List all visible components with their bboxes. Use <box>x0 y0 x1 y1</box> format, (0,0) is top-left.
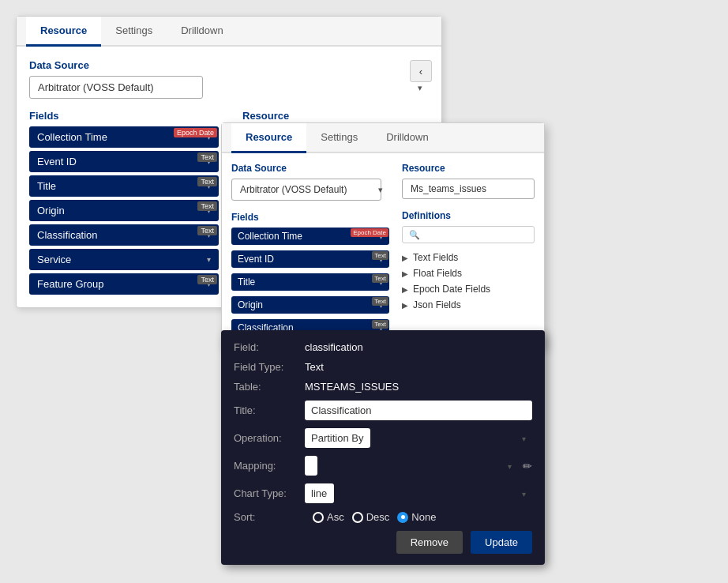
second-def-item[interactable]: ▶Epoch Date Fields <box>402 281 535 297</box>
field-item[interactable]: TextTitle▾ <box>29 175 219 197</box>
sort-asc-dot <box>313 512 324 523</box>
popup-field-value: classification <box>305 341 363 353</box>
field-name: Classification <box>37 229 98 241</box>
second-field-item[interactable]: TextOrigin▾ <box>231 296 389 314</box>
popup-charttype-row: Chart Type: line bar pie ▾ <box>234 483 532 503</box>
popup-field-label: Field: <box>234 341 305 353</box>
data-source-arrow: ▾ <box>418 82 422 92</box>
field-item[interactable]: Epoch DateCollection Time▾ <box>29 126 219 148</box>
sort-desc-dot <box>352 512 363 523</box>
popup-title-row: Title: <box>234 401 532 420</box>
operation-arrow: ▾ <box>522 434 526 442</box>
tab-drilldown[interactable]: Drilldown <box>167 17 237 47</box>
second-field-item[interactable]: TextTitle▾ <box>231 273 389 291</box>
second-def-items: ▶Text Fields▶Float Fields▶Epoch Date Fie… <box>402 250 535 313</box>
second-field-item[interactable]: Epoch DateCollection Time▾ <box>231 228 389 245</box>
popup-table-row: Table: MSTEAMS_ISSUES <box>234 381 532 393</box>
popup-buttons: Remove Update <box>234 531 532 554</box>
sort-desc[interactable]: Desc <box>352 511 390 523</box>
tab-settings[interactable]: Settings <box>101 17 167 47</box>
popup-table-label: Table: <box>234 381 305 393</box>
second-def-search-wrapper <box>402 226 535 250</box>
popup-mapping-label: Mapping: <box>234 460 305 472</box>
second-main-content: Data Source Arbitrator (VOSS Default) ▾ … <box>222 153 544 348</box>
popup-operation-select[interactable]: Partition By Group By None <box>305 428 370 448</box>
second-def-arrow-icon: ▶ <box>402 301 408 310</box>
field-name: Feature Group <box>37 278 104 290</box>
field-item[interactable]: Service▾ <box>29 249 219 270</box>
second-def-item-label: Text Fields <box>413 252 458 263</box>
charttype-arrow: ▾ <box>522 489 526 498</box>
field-name: Title <box>37 180 56 192</box>
second-def-item-label: Float Fields <box>413 268 462 279</box>
second-field-name: Collection Time <box>238 231 302 242</box>
second-def-arrow-icon: ▶ <box>402 269 408 278</box>
field-item[interactable]: TextEvent ID▾ <box>29 151 219 172</box>
main-tabs: Resource Settings Drilldown <box>17 17 441 47</box>
popup-charttype-label: Chart Type: <box>234 487 305 499</box>
data-source-select[interactable]: Arbitrator (VOSS Default) <box>29 76 203 99</box>
sort-none[interactable]: None <box>397 511 436 523</box>
second-def-search[interactable] <box>402 226 535 243</box>
data-source-label: Data Source <box>29 59 429 71</box>
pencil-icon[interactable]: ✏ <box>523 460 532 472</box>
field-name: Origin <box>37 205 65 216</box>
popup-title-label: Title: <box>234 404 305 416</box>
second-left: Data Source Arbitrator (VOSS Default) ▾ … <box>231 163 389 339</box>
second-def-item[interactable]: ▶Json Fields <box>402 297 535 313</box>
popup-fieldtype-value: Text <box>305 361 324 373</box>
second-resource-value: Ms_teams_issues <box>402 179 535 199</box>
popup-charttype-wrapper: line bar pie ▾ <box>305 483 532 503</box>
second-ds-select[interactable]: Arbitrator (VOSS Default) <box>231 179 381 201</box>
popup-operation-wrapper: Partition By Group By None ▾ <box>305 428 532 448</box>
field-name: Collection Time <box>37 131 107 143</box>
second-def-item[interactable]: ▶Float Fields <box>402 265 535 281</box>
second-tab-settings[interactable]: Settings <box>306 123 372 153</box>
remove-button[interactable]: Remove <box>396 531 463 554</box>
resource-label: Resource <box>242 110 429 122</box>
popup-mapping-wrapper: ▾ <box>305 456 518 476</box>
popup-mapping-row: Mapping: ▾ ✏ <box>234 456 532 476</box>
sort-none-dot <box>397 512 408 523</box>
second-ds-label: Data Source <box>231 163 389 174</box>
second-resource-label: Resource <box>402 163 535 174</box>
field-item[interactable]: TextClassification▾ <box>29 224 219 246</box>
second-panel: Resource Settings Drilldown Data Source … <box>221 122 545 349</box>
second-tabs: Resource Settings Drilldown <box>222 123 544 153</box>
second-tab-resource[interactable]: Resource <box>231 123 306 153</box>
tab-resource[interactable]: Resource <box>26 17 101 47</box>
update-button[interactable]: Update <box>471 531 532 554</box>
popup-charttype-select[interactable]: line bar pie <box>305 483 334 503</box>
second-field-name: Event ID <box>238 254 274 265</box>
second-def-label: Definitions <box>402 210 535 221</box>
second-field-name: Title <box>238 276 255 288</box>
second-def-arrow-icon: ▶ <box>402 285 408 294</box>
field-name: Service <box>37 254 71 265</box>
popup-operation-label: Operation: <box>234 432 305 444</box>
field-name: Event ID <box>37 156 77 167</box>
second-right: Resource Ms_teams_issues Definitions ▶Te… <box>402 163 535 339</box>
popup-sort-row: Sort: Asc Desc None <box>234 511 532 523</box>
second-ds-wrapper: Arbitrator (VOSS Default) ▾ <box>231 179 389 201</box>
second-fields-label: Fields <box>231 212 389 223</box>
second-def-item[interactable]: ▶Text Fields <box>402 250 535 265</box>
second-tab-drilldown[interactable]: Drilldown <box>372 123 442 153</box>
sort-asc-label: Asc <box>327 511 344 523</box>
second-field-name: Origin <box>238 299 263 310</box>
popup-mapping-select[interactable] <box>305 456 317 476</box>
sort-asc[interactable]: Asc <box>313 511 344 523</box>
field-item[interactable]: TextFeature Group▾ <box>29 273 219 295</box>
sort-desc-label: Desc <box>366 511 390 523</box>
dark-popup: Field: classification Field Type: Text T… <box>221 330 545 565</box>
mapping-arrow: ▾ <box>508 461 512 470</box>
popup-title-input[interactable] <box>305 401 532 420</box>
second-fields-list: Epoch DateCollection Time▾TextEvent ID▾T… <box>231 228 389 339</box>
second-col-wrapper: Data Source Arbitrator (VOSS Default) ▾ … <box>231 163 535 339</box>
second-resource-text: Ms_teams_issues <box>411 183 486 194</box>
second-field-item[interactable]: TextEvent ID▾ <box>231 250 389 268</box>
popup-table-value: MSTEAMS_ISSUES <box>305 381 399 393</box>
field-item[interactable]: TextOrigin▾ <box>29 200 219 221</box>
sort-none-label: None <box>411 511 436 523</box>
second-def-arrow-icon: ▶ <box>402 254 408 262</box>
fields-label: Fields <box>29 110 219 122</box>
